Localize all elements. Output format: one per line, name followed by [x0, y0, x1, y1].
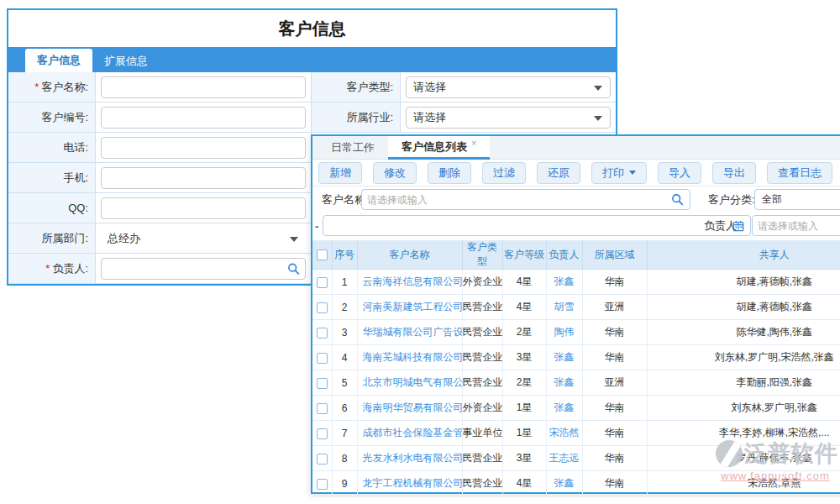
customer-name-link[interactable]: 龙宇工程机械有限公司: [363, 477, 463, 489]
chevron-down-icon: [629, 171, 636, 175]
row-checkbox[interactable]: [317, 302, 328, 313]
toolbar-button[interactable]: 新增: [318, 162, 362, 184]
watermark-brand: 泛普软件: [744, 438, 838, 469]
form-search-input[interactable]: [101, 258, 306, 280]
owner-filter: [752, 215, 840, 236]
cell-shared: 李勤丽,阳强,张鑫: [647, 370, 840, 396]
row-checkbox[interactable]: [317, 454, 328, 465]
row-checkbox[interactable]: [317, 277, 328, 288]
cell-level: 1星: [502, 396, 546, 421]
required-asterisk: *: [34, 81, 39, 93]
customer-name-filter: [361, 189, 690, 210]
cell-type: 民营企业: [462, 370, 502, 396]
toolbar-button[interactable]: 导入: [658, 162, 701, 184]
left-form-row-3: 手机:: [8, 163, 311, 193]
cell-shared: 胡建,蒋德帧,张鑫: [647, 295, 840, 320]
owner-link[interactable]: 胡雪: [554, 301, 575, 312]
cell-level: 1星: [502, 421, 546, 446]
form-column-left: *客户名称:客户编号:电话:手机:QQ:所属部门:总经办*负责人:: [8, 72, 312, 284]
field-label: 客户类型:: [312, 72, 401, 102]
row-checkbox[interactable]: [317, 479, 328, 490]
cell-shared: 胡建,蒋德帧,张鑫: [647, 270, 840, 295]
owner-input[interactable]: [753, 216, 840, 235]
search-icon[interactable]: [287, 262, 300, 275]
owner-link[interactable]: 陶伟: [554, 326, 575, 338]
cell-region: 华南: [582, 270, 647, 295]
cell-index: 5: [332, 370, 357, 396]
customer-name-link[interactable]: 云南海祥信息有限公司: [363, 276, 463, 287]
watermark: 泛普软件 www.fanpusoft.com: [716, 438, 838, 482]
field-label: 所属行业:: [312, 102, 401, 132]
owner-link[interactable]: 张鑫: [554, 351, 575, 363]
toolbar-button[interactable]: 删除: [428, 162, 471, 184]
customer-name-link[interactable]: 河南美新建筑工程公司: [363, 301, 463, 312]
date-input[interactable]: [323, 216, 732, 235]
row-checkbox[interactable]: [317, 353, 328, 364]
cell-level: 2星: [502, 320, 546, 345]
customer-name-link[interactable]: 海南明华贸易有限公司: [363, 402, 463, 413]
toolbar-button[interactable]: 修改: [373, 162, 417, 184]
date-range-separator: -: [315, 219, 318, 232]
form-input[interactable]: [101, 137, 306, 159]
left-form-row-6: *负责人:: [8, 254, 311, 284]
toolbar-button[interactable]: 导出: [712, 162, 756, 184]
form-input[interactable]: [101, 167, 306, 189]
required-asterisk: *: [45, 262, 50, 275]
cell-level: 2星: [502, 370, 546, 396]
cell-type: 民营企业: [462, 446, 502, 471]
form-select[interactable]: 请选择: [406, 76, 611, 98]
owner-link[interactable]: 宋浩然: [549, 427, 580, 438]
list-tab-0[interactable]: 日常工作: [318, 136, 388, 159]
list-toolbar: 新增修改删除过滤还原打印导入导出查看日志: [312, 160, 840, 186]
row-checkbox[interactable]: [317, 428, 328, 439]
search-icon[interactable]: [671, 193, 684, 206]
customer-name-input[interactable]: [362, 190, 671, 209]
form-tab-1[interactable]: 扩展信息: [92, 50, 160, 72]
column-header: 客户类型: [462, 240, 502, 270]
cell-type: 外资企业: [462, 270, 502, 295]
cell-index: 7: [332, 421, 357, 446]
select-all-checkbox[interactable]: [317, 249, 328, 260]
row-checkbox[interactable]: [317, 378, 328, 389]
cell-shared: 陈华健,陶伟,张鑫: [647, 320, 840, 345]
owner-link[interactable]: 张鑫: [554, 477, 575, 489]
form-select[interactable]: 请选择: [406, 107, 611, 129]
cell-type: 事业单位: [462, 421, 502, 446]
customer-name-link[interactable]: 成都市社会保险基金管理...: [363, 427, 463, 438]
customer-name-link[interactable]: 北京市明城电气有限公司: [363, 376, 463, 388]
watermark-url: www.fanpusoft.com: [721, 470, 838, 482]
cell-region: 华南: [582, 345, 647, 370]
column-header: 负责人: [546, 240, 582, 270]
toolbar-button[interactable]: 过滤: [482, 162, 526, 184]
toolbar-button[interactable]: 还原: [537, 162, 580, 184]
fanpu-logo-icon: [716, 440, 743, 467]
owner-link[interactable]: 张鑫: [554, 276, 575, 287]
customer-category-select[interactable]: 全部: [754, 189, 840, 210]
form-tabbar: 客户信息扩展信息: [8, 47, 616, 72]
cell-index: 2: [332, 295, 357, 320]
owner-link[interactable]: 张鑫: [554, 376, 575, 388]
list-tab-1[interactable]: 客户信息列表×: [388, 136, 490, 160]
owner-link[interactable]: 王志远: [549, 452, 580, 464]
row-checkbox[interactable]: [317, 403, 328, 414]
form-tab-0[interactable]: 客户信息: [25, 49, 92, 72]
cell-level: 3星: [502, 446, 546, 471]
toolbar-button[interactable]: 打印: [591, 162, 647, 184]
customer-name-link[interactable]: 海南芜城科技有限公司: [363, 351, 463, 363]
form-input[interactable]: [101, 107, 306, 129]
column-header: 所属区域: [582, 240, 647, 270]
form-select[interactable]: 总经办: [101, 228, 306, 249]
row-checkbox[interactable]: [317, 328, 328, 339]
cell-type: 民营企业: [462, 295, 502, 320]
customer-name-link[interactable]: 华瑞城有限公司广告设计部: [363, 326, 463, 338]
customer-name-link[interactable]: 光发水利水电有限公司: [363, 452, 463, 464]
owner-link[interactable]: 张鑫: [554, 402, 575, 413]
form-input[interactable]: [101, 197, 306, 219]
cell-shared: 刘东林,罗广明,张鑫: [647, 396, 840, 421]
toolbar-button[interactable]: 查看日志: [767, 162, 832, 184]
field-label: 电话:: [8, 133, 96, 162]
form-input[interactable]: [101, 76, 306, 98]
close-tab-icon[interactable]: ×: [471, 138, 476, 148]
field-label: 手机:: [8, 163, 96, 192]
customer-category-value: 全部: [755, 192, 789, 207]
